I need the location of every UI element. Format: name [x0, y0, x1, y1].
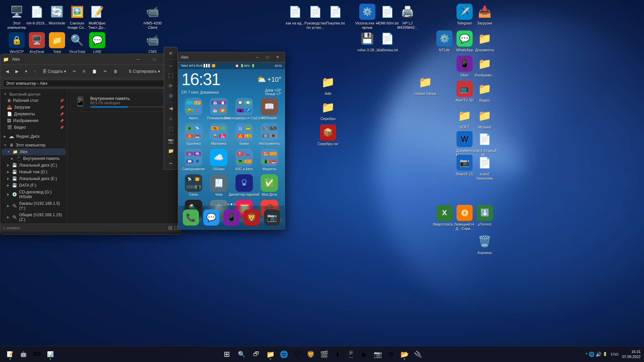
app-markets[interactable]: 🏪 🛒 📱 💻 Маркеты	[259, 149, 280, 171]
desktop-icon-adb[interactable]: 📁 Adb	[315, 72, 341, 98]
app-receipts[interactable]: 🧾 Чеки	[208, 174, 229, 196]
toolbar-resize-btn[interactable]: ↔	[165, 61, 176, 70]
explorer-maximize-btn[interactable]: □	[147, 54, 162, 65]
taskbar-file-explorer[interactable]: 📁	[264, 348, 276, 360]
sidebar-downloads[interactable]: 📥 Загрузки 📌	[2, 104, 66, 111]
sidebar-drive-y[interactable]: ▶ 🔌 бэкапы (\\192.168.1.5) (Y:)	[2, 200, 66, 212]
toolbar-recent-btn[interactable]: ⬚	[165, 124, 176, 133]
taskbar-media2[interactable]: ▶	[358, 348, 370, 360]
dock-camera[interactable]: 📷	[263, 209, 281, 226]
dock-viber[interactable]: 📱	[223, 209, 240, 226]
toolbar-more-btn[interactable]: •••	[165, 159, 176, 168]
sidebar-internal-memory[interactable]: ▶ 📱 Внутренняя память	[2, 155, 66, 162]
desktop-icon-cms[interactable]: 📹 CMS	[139, 30, 166, 56]
toolbar-nav-back[interactable]: ◀	[3, 68, 11, 75]
app-password-mgr[interactable]: Диспетчер паролей	[233, 174, 255, 196]
toolbar-settings-btn[interactable]: ⚙	[165, 91, 176, 101]
address-path-display[interactable]: Этот компьютер › Alex	[3, 80, 168, 87]
toolbar-back-btn[interactable]: ◀	[165, 104, 176, 113]
toolbar-nav-up[interactable]: ↑	[31, 68, 39, 75]
tray-speaker-icon[interactable]: 🔊	[596, 352, 601, 357]
app-banks[interactable]: 🏦 💳 💰 💵 Банки	[233, 123, 255, 145]
taskbar-comu[interactable]: 🔌	[412, 348, 424, 360]
storage-internal[interactable]: 📱 Внутренняя память 80,5 ГБ свободно	[70, 92, 178, 112]
app-gas-auto[interactable]: ⛽ 🚗 🗺 🔧 АЗС и Авто	[233, 149, 255, 171]
taskbar-task-view[interactable]: 🗗	[250, 348, 263, 361]
toolbar-home-btn[interactable]: ⌂	[165, 114, 176, 123]
toolbar-files-btn[interactable]: 📁	[165, 146, 176, 156]
desktop-icon-pokupki[interactable]: 📄 Покупки.txt	[322, 2, 349, 27]
phone-close-btn[interactable]: ✕	[273, 53, 282, 61]
toolbar-rotate-btn[interactable]: ⟳	[165, 81, 176, 90]
app-messengers[interactable]: 💬 💬 📱 ✈️ Мессенджеры и СоцСети	[233, 98, 255, 120]
sidebar-video[interactable]: 🎬 Видео 📌	[2, 124, 66, 131]
desktop-icon-images[interactable]: 📁 Изображе...	[471, 54, 498, 79]
app-communications[interactable]: 📡 📶 📞 📲 Связь	[183, 174, 204, 196]
tray-expand-btn[interactable]: ^	[586, 352, 587, 356]
sidebar-drive-d[interactable]: ▶ 💾 Новый том (D:)	[2, 169, 66, 175]
taskbar-taskmgr[interactable]: ⚙	[385, 348, 397, 360]
sidebar-documents[interactable]: 📄 Документы 📌	[2, 111, 66, 117]
taskbar-brave[interactable]: 🦁	[305, 348, 317, 360]
tray-network-icon[interactable]: 🌐	[589, 352, 594, 357]
sidebar-this-pc-item[interactable]: ▼ 🖥 Этот компьютер	[2, 142, 66, 148]
dock-sms[interactable]: 💬	[203, 209, 220, 226]
sidebar-quick-access-header[interactable]: ▼ Быстрый доступ	[2, 90, 66, 97]
sidebar-drive-e[interactable]: ▶ 💾 Локальный диск (E:)	[2, 175, 66, 182]
desktop-icon-utorrent[interactable]: ⬇️ µTorrent	[471, 203, 498, 229]
toolbar-copy[interactable]: ⎘	[80, 68, 88, 75]
app-fbreader[interactable]: 📖 FBReader	[259, 98, 280, 120]
tray-battery-icon[interactable]: 🔋	[603, 352, 607, 356]
sidebar-drive-c[interactable]: ▶ 💾 Локальный диск (C:)	[2, 162, 66, 169]
toolbar-paste[interactable]: 📋	[89, 68, 100, 75]
desktop-icon-scan2[interactable]: 📄 scan2 Никонова	[471, 153, 498, 183]
app-selfdev[interactable]: 📚 🧠 📖 🎓 Саморазвитие	[183, 149, 204, 171]
taskbar-moiofis-table[interactable]: 📊	[44, 348, 56, 360]
sidebar-images[interactable]: 🖼 Изображения 📌	[2, 117, 66, 124]
taskbar-explorer2[interactable]: 📂	[398, 348, 411, 360]
toolbar-sort[interactable]: ⇅ Сортировать ▾	[126, 68, 163, 75]
view-details-btn[interactable]: ⊞	[168, 225, 172, 231]
taskbar-chrome[interactable]: 🌐	[278, 348, 290, 360]
explorer-minimize-btn[interactable]: ─	[130, 54, 146, 65]
desktop-icon-muzyka[interactable]: 📁 Музыка	[471, 106, 498, 131]
desktop-icon-ivms[interactable]: 📹 iVMS-4200 Client	[139, 2, 166, 32]
sidebar-yandex-disk-item[interactable]: ▶ ☁ Яндекс.Диск	[2, 132, 66, 140]
sidebar-desktop[interactable]: 🖥 Рабочий стол 📌	[2, 97, 66, 104]
taskbar-torrent[interactable]: ⬇	[331, 348, 343, 360]
sidebar-drive-g[interactable]: ▶ 💿 CD-дисковод (G:) HiSuite	[2, 189, 66, 200]
taskbar-rvismartpss[interactable]: 🤖	[17, 348, 30, 360]
desktop-icon-korzina[interactable]: 🗑️ Корзина	[471, 231, 498, 257]
taskbar-viber-task[interactable]: 📱	[345, 348, 357, 360]
sidebar-alex-folder[interactable]: ▼ 📁 Alex	[2, 148, 66, 155]
toolbar-delete[interactable]: 🗑	[111, 68, 120, 75]
phone-minimize-btn[interactable]: ─	[253, 53, 262, 61]
start-button[interactable]: ⊞	[220, 348, 233, 361]
explorer-titlebar[interactable]: 📁 Alex ─ □ ✕	[0, 54, 181, 65]
desktop-icon-novaya-papka[interactable]: 📁 Новая папка	[412, 72, 439, 98]
desktop-icon-moiofis[interactable]: 📝 МойОфис Текст До...	[84, 2, 111, 32]
sidebar-drive-f[interactable]: ▶ 💾 DATA (F:)	[2, 182, 66, 189]
dock-browser[interactable]: 🦁	[243, 209, 260, 226]
app-my-tasks[interactable]: ✅ Мои Дела	[259, 174, 280, 196]
desktop-icon-line[interactable]: 💬 LINE	[84, 30, 111, 56]
app-tools[interactable]: 🔧 🔨 ⚙️ 🛠 Инструменты	[259, 123, 280, 145]
taskbar-cmd[interactable]: ⌨	[31, 348, 43, 360]
sidebar-drive-z[interactable]: ▶ 🔌 Общее (\\192.168.1.15) (Z:)	[2, 212, 66, 223]
toolbar-cut[interactable]: ✂	[70, 68, 79, 75]
app-stores[interactable]: 🛍 🛒 📦 🏪 Магазины	[208, 123, 229, 145]
phone-maximize-btn[interactable]: □	[263, 53, 272, 61]
toolbar-close-btn[interactable]: ✕	[165, 49, 176, 58]
taskbar-zametki[interactable]: 📝	[4, 348, 16, 360]
toolbar-screenshot-btn[interactable]: 📷	[165, 136, 176, 145]
toolbar-nav-forward[interactable]: ▶	[13, 68, 21, 75]
toolbar-rename[interactable]: ✏	[101, 68, 110, 75]
dock-phone[interactable]: 📞	[182, 209, 200, 226]
desktop-icon-video[interactable]: 📁 Видео	[471, 79, 498, 105]
toolbar-create[interactable]: 🗄 Создать ▾	[40, 68, 69, 75]
taskbar-media[interactable]: 🎬	[318, 348, 330, 360]
taskbar-kaspersky[interactable]: 🛡	[291, 348, 303, 360]
taskbar-sharex-task[interactable]: 📷	[372, 348, 384, 360]
desktop-icon-serebro[interactable]: 📁 Серебро	[315, 97, 341, 123]
system-clock[interactable]: 16:31 07.09.2022	[622, 349, 641, 359]
